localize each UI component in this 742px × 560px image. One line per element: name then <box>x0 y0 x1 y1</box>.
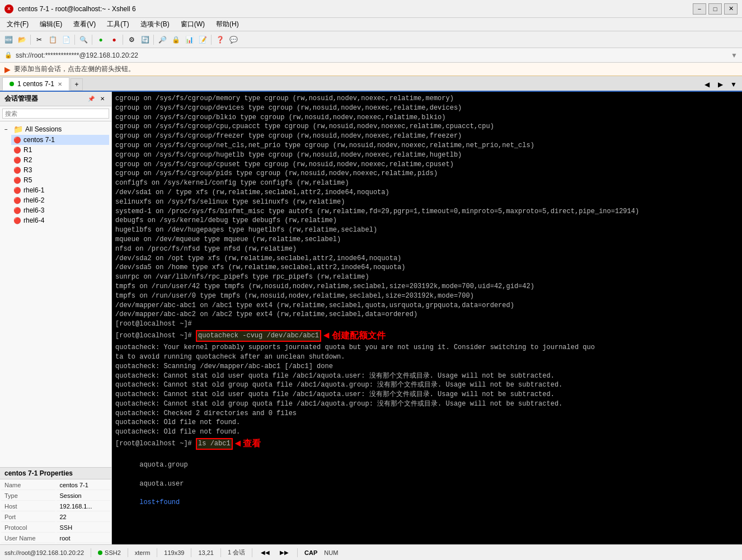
close-button[interactable]: ✕ <box>724 3 738 15</box>
tab-add-button[interactable]: + <box>71 78 83 91</box>
sidebar-title: 会话管理器 <box>4 94 38 103</box>
prop-value-port: 22 <box>57 512 111 522</box>
terminal-line: selinuxfs on /sys/fs/selinux type selinu… <box>115 197 739 207</box>
monitor-button[interactable]: 📊 <box>183 34 195 46</box>
tab-prev-button[interactable]: ◀ <box>701 78 713 91</box>
script-button[interactable]: 📝 <box>196 34 209 46</box>
terminal-line: sunrpc on /var/lib/nfs/rpc_pipefs type r… <box>115 272 739 282</box>
tree-item-r5[interactable]: 🔴 R5 <box>11 175 109 185</box>
tree-item-rhel64[interactable]: 🔴 rhel6-4 <box>11 215 109 225</box>
tree-label-r3: R3 <box>24 166 32 174</box>
toolbar: 🆕 📂 ✂ 📋 📄 🔍 ● ● ⚙ 🔄 🔎 🔒 📊 📝 ❓ 💬 <box>0 31 742 48</box>
properties-title: centos 7-1 Properties <box>0 468 111 479</box>
session-icon-rhel61: 🔴 <box>13 187 21 194</box>
connect-button[interactable]: ● <box>95 34 107 46</box>
status-prev-session[interactable]: ◀◀ <box>259 547 271 559</box>
tree-item-rhel62[interactable]: 🔴 rhel6-2 <box>11 195 109 205</box>
annotation-text-2: 查看 <box>243 437 261 450</box>
prop-row-username: User Name root <box>1 534 110 543</box>
tree-label-rhel61: rhel6-1 <box>24 186 44 194</box>
output-spacer2 <box>139 489 152 497</box>
prop-label-type: Type <box>1 491 55 501</box>
prop-row-name: Name centos 7-1 <box>1 481 110 490</box>
menu-view[interactable]: 查看(V) <box>69 18 100 30</box>
sidebar: 会话管理器 📌 ✕ − 📁 All Sessions 🔴 centos 7-1 <box>0 92 112 544</box>
session-icon-rhel63: 🔴 <box>13 207 21 214</box>
cut-button[interactable]: ✂ <box>33 34 45 46</box>
minimize-button[interactable]: − <box>693 3 706 15</box>
copy-button[interactable]: 📋 <box>46 34 59 46</box>
new-button[interactable]: 🆕 <box>2 34 15 46</box>
menu-bar: 文件(F) 编辑(E) 查看(V) 工具(T) 选项卡(B) 窗口(W) 帮助(… <box>0 18 742 31</box>
terminal-line: tmpfs on /run/user/0 type tmpfs (rw,nosu… <box>115 291 739 301</box>
session-icon-r1: 🔴 <box>13 147 21 154</box>
tab-centos71[interactable]: 1 centos 7-1 ✕ <box>2 77 69 91</box>
status-next-session[interactable]: ▶▶ <box>278 547 290 559</box>
output-lost-found: lost+found <box>139 498 180 506</box>
terminal-line: configfs on /sys/kernel/config type conf… <box>115 178 739 188</box>
open-button[interactable]: 📂 <box>16 34 28 46</box>
disconnect-button[interactable]: ● <box>108 34 120 46</box>
terminal[interactable]: cgroup on /sys/fs/cgroup/memory type cgr… <box>112 92 742 544</box>
tree-item-rhel63[interactable]: 🔴 rhel6-3 <box>11 205 109 215</box>
prop-value-type: Session <box>57 491 111 501</box>
tab-close-button[interactable]: ✕ <box>58 81 62 87</box>
terminal-line: cgroup on /sys/fs/cgroup/cpu,cpuacct typ… <box>115 122 739 131</box>
content-area: 会话管理器 📌 ✕ − 📁 All Sessions 🔴 centos 7-1 <box>0 92 742 544</box>
tree-label-rhel63: rhel6-3 <box>24 206 44 214</box>
status-connection: ssh://root@192.168.10.20:22 <box>4 549 84 556</box>
terminal-line: quotacheck: Your kernel probably support… <box>115 343 739 352</box>
chat-button[interactable]: 💬 <box>227 34 239 46</box>
status-size: 119x39 <box>164 549 184 556</box>
sidebar-pin-button[interactable]: 📌 <box>87 95 96 103</box>
info-arrow-icon: ▶ <box>4 65 11 74</box>
menu-tabs[interactable]: 选项卡(B) <box>136 18 174 30</box>
tab-bar: 1 centos 7-1 ✕ + ◀ ▶ ▼ <box>0 76 742 92</box>
prop-value-name: centos 7-1 <box>57 481 111 490</box>
session-icon-r5: 🔴 <box>13 177 21 184</box>
transfer-button[interactable]: 🔄 <box>139 34 151 46</box>
terminal-line: /dev/mapper/abc-abc2 on /abc2 type ext4 … <box>115 310 739 319</box>
menu-edit[interactable]: 编辑(E) <box>35 18 67 30</box>
tree-item-r1[interactable]: 🔴 R1 <box>11 145 109 155</box>
lock-button[interactable]: 🔒 <box>170 34 182 46</box>
sidebar-close-button[interactable]: ✕ <box>98 95 107 103</box>
tree-all-sessions[interactable]: − 📁 All Sessions <box>2 124 109 135</box>
tree-item-centos71[interactable]: 🔴 centos 7-1 <box>11 135 109 145</box>
menu-file[interactable]: 文件(F) <box>2 18 33 30</box>
status-protocol: SSH2 <box>105 549 121 556</box>
info-bar: ▶ 要添加当前会话，点击左侧的箭头按钮。 <box>0 63 742 76</box>
tab-next-button[interactable]: ▶ <box>714 78 726 91</box>
tree-root-label: All Sessions <box>25 125 62 133</box>
tree-item-rhel61[interactable]: 🔴 rhel6-1 <box>11 185 109 195</box>
tree-item-r2[interactable]: 🔴 R2 <box>11 155 109 165</box>
maximize-button[interactable]: □ <box>708 3 722 15</box>
tree-label-rhel62: rhel6-2 <box>24 196 44 204</box>
output-aquota-user: aquota.user <box>139 480 184 488</box>
terminal-line: cgroup on /sys/fs/cgroup/devices type cg… <box>115 103 739 113</box>
menu-help[interactable]: 帮助(H) <box>212 18 243 30</box>
sidebar-header: 会话管理器 📌 ✕ <box>0 92 111 106</box>
find-button[interactable]: 🔍 <box>77 34 90 46</box>
prop-row-host: Host 192.168.1... <box>1 502 110 511</box>
settings-button[interactable]: ⚙ <box>125 34 138 46</box>
sidebar-search-input[interactable] <box>2 109 109 119</box>
prop-label-host: Host <box>1 502 55 511</box>
tree-item-r3[interactable]: 🔴 R3 <box>11 165 109 175</box>
menu-tools[interactable]: 工具(T) <box>102 18 133 30</box>
menu-window[interactable]: 窗口(W) <box>176 18 209 30</box>
prop-label-protocol: Protocol <box>1 523 55 533</box>
paste-button[interactable]: 📄 <box>60 34 72 46</box>
info-text: 要添加当前会话，点击左侧的箭头按钮。 <box>14 64 135 74</box>
terminal-line: /dev/sda1 on / type xfs (rw,relatime,sec… <box>115 188 739 197</box>
tab-menu-button[interactable]: ▼ <box>727 78 740 91</box>
help-button[interactable]: ❓ <box>214 34 226 46</box>
address-dropdown-icon[interactable]: ▼ <box>731 51 738 59</box>
terminal-line: quotacheck: Cannot stat old group quota … <box>115 399 739 409</box>
tree-expand-icon: − <box>4 126 11 133</box>
terminal-highlight-cmd2: ls /abc1 <box>196 438 233 450</box>
zoom-button[interactable]: 🔎 <box>156 34 168 46</box>
status-cap: CAP <box>304 549 317 556</box>
status-connected-dot <box>98 550 102 555</box>
terminal-line: cgroup on /sys/fs/cgroup/blkio type cgro… <box>115 113 739 123</box>
